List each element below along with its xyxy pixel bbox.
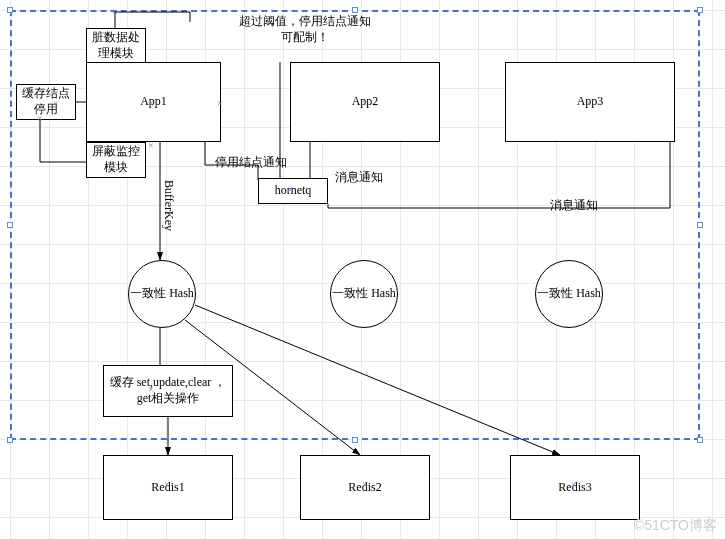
- waypoint-icon: ×: [362, 479, 368, 490]
- label-disable-notify: 停用结点通知: [215, 155, 287, 171]
- waypoint-icon: ×: [217, 98, 223, 109]
- watermark: ©51CTO博客: [634, 517, 717, 535]
- resize-handle[interactable]: [352, 7, 358, 13]
- resize-handle[interactable]: [697, 437, 703, 443]
- module-dirty-data[interactable]: 脏数据处 理模块: [86, 28, 146, 64]
- label-msg-notify-1: 消息通知: [335, 170, 383, 186]
- resize-handle[interactable]: [697, 222, 703, 228]
- note-top: 超过阈值，停用结点通知 可配制！: [220, 14, 390, 45]
- waypoint-icon: ×: [37, 113, 43, 124]
- resize-handle[interactable]: [7, 437, 13, 443]
- hash1-circle[interactable]: 一致性 Hash: [128, 260, 196, 328]
- waypoint-icon: ×: [148, 98, 154, 109]
- resize-handle[interactable]: [697, 7, 703, 13]
- module-shield-monitor[interactable]: 屏蔽监控 模块: [86, 142, 146, 178]
- waypoint-icon: ×: [148, 140, 154, 151]
- resize-handle[interactable]: [352, 437, 358, 443]
- waypoint-icon: ×: [571, 479, 577, 490]
- waypoint-icon: ×: [156, 289, 162, 300]
- mq-box[interactable]: hornetq: [258, 178, 328, 204]
- waypoint-icon: ×: [586, 98, 592, 109]
- diagram-canvas: 超过阈值，停用结点通知 可配制！ 脏数据处 理模块 缓存结点 停用 App1 屏…: [0, 0, 725, 539]
- waypoint-icon: ×: [362, 291, 368, 302]
- label-bufferkey: BufferKey: [162, 180, 176, 231]
- waypoint-icon: ×: [287, 184, 293, 195]
- module-cache-disable[interactable]: 缓存结点 停用: [16, 84, 76, 120]
- resize-handle[interactable]: [7, 7, 13, 13]
- cache-ops-box[interactable]: 缓存 set,update,clear ，get相关操作: [103, 365, 233, 417]
- waypoint-icon: ×: [362, 98, 368, 109]
- waypoint-icon: ×: [112, 6, 118, 17]
- resize-handle[interactable]: [7, 222, 13, 228]
- waypoint-icon: ×: [564, 291, 570, 302]
- waypoint-icon: ×: [53, 98, 59, 109]
- waypoint-icon: ×: [148, 384, 154, 395]
- label-msg-notify-2: 消息通知: [550, 198, 598, 214]
- waypoint-icon: ×: [164, 479, 170, 490]
